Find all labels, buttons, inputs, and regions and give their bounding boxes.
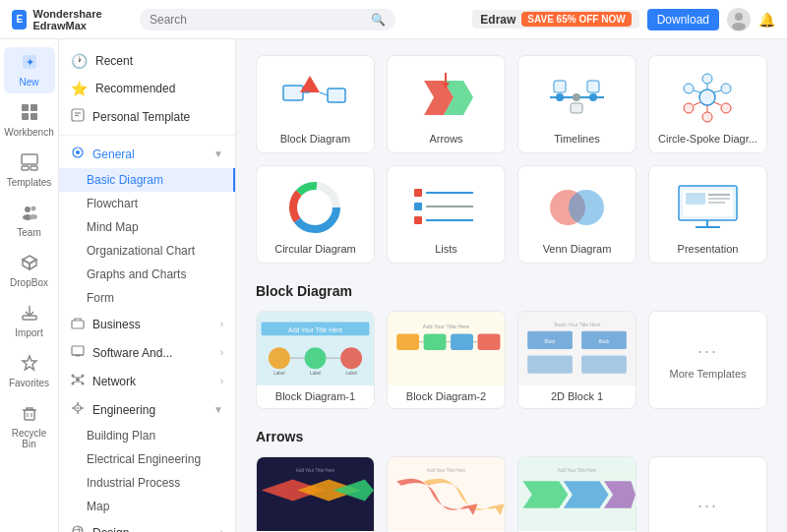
diagram-card-arrows[interactable]: Arrows xyxy=(387,55,506,153)
nav-item-business[interactable]: Business › xyxy=(59,310,235,338)
nav-item-engineering[interactable]: Engineering ▼ xyxy=(59,395,235,424)
nav-sub-mind-map[interactable]: Mind Map xyxy=(59,215,235,239)
bell-icon[interactable]: 🔔 xyxy=(758,12,775,28)
edraw-user-button[interactable]: Edraw SAVE 65% OFF NOW xyxy=(472,10,638,29)
nav-sub-flowchart[interactable]: Flowchart xyxy=(59,192,235,215)
nav-sub-graphs[interactable]: Graphs and Charts xyxy=(59,263,235,286)
sidebar-item-import[interactable]: Import xyxy=(4,298,55,344)
svg-rect-64 xyxy=(571,103,582,113)
block-2-title: Block Diagram-2 xyxy=(388,385,505,407)
presentation-icon xyxy=(669,178,748,237)
nav-sub-form[interactable]: Form xyxy=(59,286,235,310)
diagram-card-circle-spoke[interactable]: Circle-Spoke Diagr... xyxy=(648,55,767,153)
nav-sub-map[interactable]: Map xyxy=(59,495,235,518)
svg-text:Add Your Title Here: Add Your Title Here xyxy=(423,323,469,328)
block-diagram-section-title: Block Diagram xyxy=(256,283,767,299)
edraw-username: Edraw xyxy=(480,13,515,27)
diagram-type-grid: Block Diagram Arrows xyxy=(256,55,767,264)
nav-sub-basic-diagram[interactable]: Basic Diagram xyxy=(59,168,235,192)
diagram-card-timelines[interactable]: Timelines xyxy=(517,55,636,153)
block-diagram-icon xyxy=(276,68,355,127)
sidebar-item-dropbox[interactable]: DropBox xyxy=(4,248,55,294)
diagram-card-circular[interactable]: Circular Diagram xyxy=(256,165,375,264)
svg-point-34 xyxy=(72,375,75,378)
template-card-arrow-3[interactable]: Add Your Title Here Arrow-3 xyxy=(517,456,636,532)
block-diagram-section: Block Diagram Add Your Title Here xyxy=(256,283,767,409)
template-card-arrow-2[interactable]: Add Your Title Here Arrow-2 xyxy=(387,456,506,532)
nav-sub-org-chart[interactable]: Organizational Chart xyxy=(59,239,235,263)
block-1-title: Block Diagram-1 xyxy=(257,385,374,407)
svg-text:Block: Block xyxy=(598,338,610,343)
sidebar-item-recycle[interactable]: Recycle Bin xyxy=(4,398,55,455)
basic-diagram-label: Basic Diagram xyxy=(87,173,163,187)
diagram-card-venn[interactable]: Venn Diagram xyxy=(517,165,636,264)
diagram-card-block[interactable]: Block Diagram xyxy=(256,55,375,153)
nav-item-personal-template[interactable]: Personal Template xyxy=(59,102,235,131)
nav-sub-electrical[interactable]: Electrical Engineering xyxy=(59,447,235,471)
svg-text:Label: Label xyxy=(346,370,357,375)
business-expand-arrow: › xyxy=(220,319,223,329)
diagram-card-presentation[interactable]: Presentation xyxy=(648,165,767,264)
template-card-block-1[interactable]: Add Your Title Here Label Label Label Bl… xyxy=(256,311,375,409)
template-card-block-2[interactable]: Add Your Title Here · · · · · · · · · · … xyxy=(387,311,506,409)
icon-sidebar: ✦ New Workbench Templates Team xyxy=(0,39,59,532)
team-icon xyxy=(21,204,38,225)
svg-rect-32 xyxy=(76,355,80,357)
svg-rect-94 xyxy=(686,193,705,205)
svg-point-69 xyxy=(721,103,731,113)
svg-rect-52 xyxy=(328,89,345,102)
network-expand-arrow: › xyxy=(220,376,223,386)
personal-template-icon xyxy=(71,108,85,125)
svg-point-62 xyxy=(589,93,597,101)
template-card-2d-block[interactable]: Teach Your Title Here Block Block 2D Blo… xyxy=(517,311,636,409)
search-bar[interactable]: 🔍 xyxy=(140,9,395,30)
nav-recommended-label: Recommended xyxy=(95,82,175,95)
sidebar-item-team[interactable]: Team xyxy=(4,198,55,244)
nav-sub-building-plan[interactable]: Building Plan xyxy=(59,424,235,447)
design-expand-arrow: › xyxy=(220,527,223,532)
nav-engineering-label: Engineering xyxy=(92,403,155,417)
sidebar-item-new[interactable]: ✦ New xyxy=(4,47,55,93)
svg-marker-129 xyxy=(333,479,374,501)
engineering-icon xyxy=(71,401,85,418)
nav-item-network[interactable]: Network › xyxy=(59,367,235,395)
avatar[interactable] xyxy=(727,8,751,31)
nav-sub-industrial[interactable]: Industrial Process xyxy=(59,471,235,495)
nav-item-software[interactable]: Software And... › xyxy=(59,338,235,367)
nav-network-label: Network xyxy=(92,375,136,388)
svg-point-83 xyxy=(305,198,325,217)
more-templates-card[interactable]: ··· More Templates xyxy=(648,311,767,409)
svg-marker-51 xyxy=(300,76,320,92)
org-chart-label: Organizational Chart xyxy=(87,244,195,258)
nav-item-recent[interactable]: 🕐 Recent xyxy=(59,47,235,75)
nav-recent-label: Recent xyxy=(95,54,133,68)
block-diagram-template-row: Add Your Title Here Label Label Label Bl… xyxy=(256,311,767,409)
template-card-arrow-1[interactable]: Add Your Title Here Arrow-1 xyxy=(256,456,375,532)
nav-item-general[interactable]: General ▼ xyxy=(59,140,235,168)
svg-line-75 xyxy=(714,102,721,105)
svg-text:Add Your Title Here: Add Your Title Here xyxy=(296,468,335,473)
search-input[interactable] xyxy=(150,13,365,27)
recommended-icon: ⭐ xyxy=(71,81,88,96)
more-templates-label: More Templates xyxy=(669,368,746,380)
svg-rect-122 xyxy=(527,355,573,373)
sidebar-item-favorites[interactable]: Favorites xyxy=(4,348,55,394)
nav-panel: 🕐 Recent ⭐ Recommended Personal Template… xyxy=(59,39,236,532)
venn-icon xyxy=(538,178,617,237)
business-icon xyxy=(71,316,85,332)
timelines-icon xyxy=(538,68,617,127)
arrows-more-card[interactable]: ··· xyxy=(648,456,767,532)
diagram-card-lists[interactable]: Lists xyxy=(387,165,506,264)
svg-rect-6 xyxy=(22,113,29,120)
search-icon: 🔍 xyxy=(371,13,386,27)
arrows-section: Arrows Add Your Title Here Arrow-1 xyxy=(256,429,767,532)
nav-item-design[interactable]: Design › xyxy=(59,518,235,532)
nav-item-recommended[interactable]: ⭐ Recommended xyxy=(59,75,235,102)
sidebar-item-templates[interactable]: Templates xyxy=(4,148,55,194)
presentation-label: Presentation xyxy=(678,243,739,255)
block-1-thumb: Add Your Title Here Label Label Label xyxy=(257,312,374,385)
svg-rect-9 xyxy=(22,166,29,170)
download-button[interactable]: Download xyxy=(647,9,719,30)
general-expand-arrow: ▼ xyxy=(213,148,223,159)
sidebar-item-workbench[interactable]: Workbench xyxy=(4,97,55,144)
